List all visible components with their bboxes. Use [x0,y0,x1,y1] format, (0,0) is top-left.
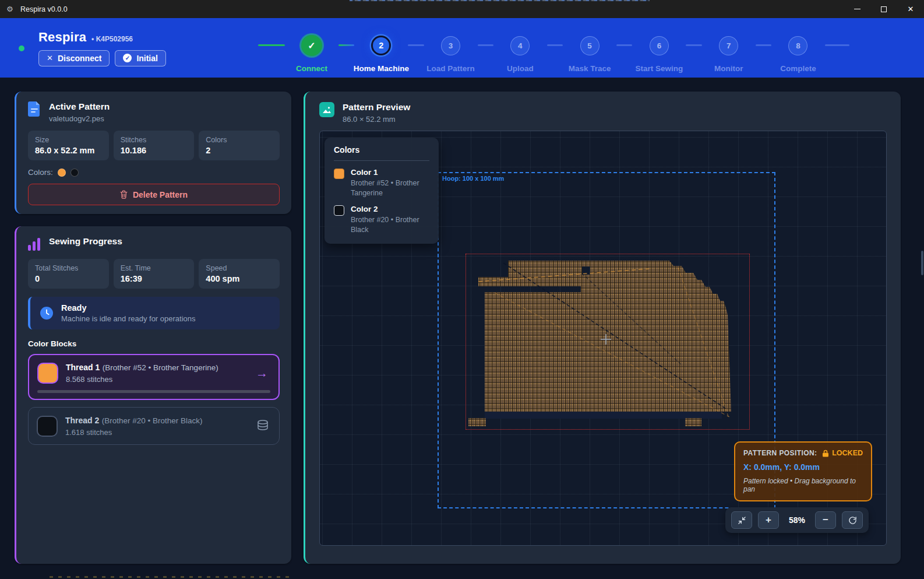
app-icon: ⚙ [6,5,15,13]
sewing-progress-title: Sewing Progress [49,236,122,247]
title-bar: ⚙ Respira v0.0.0 ✕ [0,0,924,18]
stepper-connector [478,44,493,46]
app-header: Respira • K4P502956 ✕ Disconnect ✓ Initi… [0,18,924,78]
pattern-dimensions: 86.0 × 52.2 mm [343,115,410,124]
pattern-preview-card: Pattern Preview 86.0 × 52.2 mm Hoop: 100… [304,92,901,564]
pattern-filename: valetudogv2.pes [49,114,110,123]
step-connect[interactable]: ✓ Connect [285,34,338,73]
sewing-progress-card: Sewing Progress Total Stitches 0 Est. Ti… [15,226,291,564]
zoom-level: 58% [785,515,809,525]
step-mask-trace[interactable]: 5 Mask Trace [563,34,616,73]
stepper-connector [825,44,849,46]
stat-total-stitches: Total Stitches 0 [28,259,109,289]
legend-title: Colors [334,145,429,155]
initial-button[interactable]: ✓ Initial [115,50,166,66]
zoom-controls: + 58% − [725,507,869,533]
active-pattern-title: Active Pattern [49,101,110,112]
color-dot-black [70,169,79,177]
disconnect-x-icon: ✕ [47,54,53,62]
step-done-check-icon: ✓ [301,35,322,56]
pattern-preview-title: Pattern Preview [343,102,410,113]
stepper-connector [338,44,354,46]
workflow-stepper: ✓ Connect 2 Home Machine 3 Load Pattern … [258,34,849,73]
step-complete[interactable]: 8 Complete [771,34,825,73]
connection-status-dot [19,45,24,51]
background-window-sliver [350,0,650,1]
colors-legend-panel: Colors Color 1 Brother #52 • Brother Tan… [325,138,439,244]
legend-swatch-orange [334,169,344,179]
lock-icon [822,450,829,457]
legend-divider [334,160,429,161]
pattern-coordinates: X: 0.0mm, Y: 0.0mm [743,462,863,472]
color-blocks-label: Color Blocks [28,339,280,348]
step-start-sewing[interactable]: 6 Start Sewing [632,34,686,73]
machine-serial: • K4P502956 [91,35,133,43]
position-label: PATTERN POSITION: [743,449,817,457]
close-icon: ✕ [908,5,914,13]
stat-colors: Colors 2 [199,131,280,160]
delete-pattern-button[interactable]: Delete Pattern [28,184,280,205]
zoom-out-button[interactable]: − [815,511,836,529]
stepper-connector [756,44,771,46]
legend-swatch-black [334,205,344,216]
color-dot-orange [58,169,66,177]
minimize-2-icon [738,516,746,525]
stepper-connector [408,44,424,46]
close-button[interactable]: ✕ [897,0,924,18]
stat-size: Size 86.0 x 52.2 mm [28,131,109,160]
step-upload[interactable]: 4 Upload [493,34,547,73]
fit-to-view-button[interactable] [731,511,752,529]
active-thread-arrow-icon: → [256,366,270,380]
stat-stitches: Stitches 10.186 [114,131,195,160]
pan-hint: Pattern locked • Drag background to pan [743,477,863,493]
thread-2-swatch [37,416,58,437]
thread-1-swatch [37,363,58,384]
stepper-connector [258,44,285,46]
reset-view-button[interactable] [842,511,863,529]
window-title: Respira v0.0.0 [20,5,68,13]
brand-title: Respira [38,30,86,45]
maximize-button[interactable] [870,0,897,18]
clock-icon [40,306,54,320]
pattern-canvas[interactable]: Hoop: 100 x 100 mm [319,131,887,546]
thread-1-row[interactable]: Thread 1 (Brother #52 • Brother Tangerin… [28,354,280,400]
window-scrollbar-thumb[interactable] [921,251,923,275]
minimize-icon [854,9,860,9]
layers-stack-icon [257,420,271,433]
zoom-in-button[interactable]: + [758,511,779,529]
refresh-icon [848,516,857,525]
background-window-strip [50,576,294,578]
machine-status-banner: Ready Machine is idle and ready for oper… [28,297,280,329]
stepper-connector [616,44,632,46]
maximize-icon [881,6,887,12]
stepper-connector [547,44,563,46]
document-icon [28,101,41,117]
stepper-connector [686,44,701,46]
plus-icon: + [766,514,771,526]
step-load-pattern[interactable]: 3 Load Pattern [424,34,478,73]
thread-1-progress-bar [37,390,270,393]
legend-item-color-1: Color 1 Brother #52 • Brother Tangerine [334,168,429,198]
step-home-machine[interactable]: 2 Home Machine [354,34,408,73]
locked-badge: LOCKED [832,449,863,457]
step-monitor[interactable]: 7 Monitor [702,34,756,73]
image-icon [319,102,334,117]
trash-icon [120,190,128,199]
colors-label: Colors: [28,168,53,177]
stat-est-time: Est. Time 16:39 [114,259,195,289]
disconnect-button[interactable]: ✕ Disconnect [38,50,110,66]
active-pattern-card: Active Pattern valetudogv2.pes Size 86.0… [15,92,291,214]
check-circle-icon: ✓ [123,54,132,62]
minus-icon: − [823,514,828,526]
legend-item-color-2: Color 2 Brother #20 • Brother Black [334,205,429,235]
status-description: Machine is idle and ready for operations [61,314,196,323]
bar-chart-icon [28,236,41,251]
thread-2-row[interactable]: Thread 2 (Brother #20 • Brother Black) 1… [28,407,280,445]
stat-speed: Speed 400 spm [199,259,280,289]
pattern-position-overlay: PATTERN POSITION: LOCKED X: 0.0mm, Y: 0.… [734,441,872,501]
minimize-button[interactable] [844,0,870,18]
status-title: Ready [61,303,196,313]
